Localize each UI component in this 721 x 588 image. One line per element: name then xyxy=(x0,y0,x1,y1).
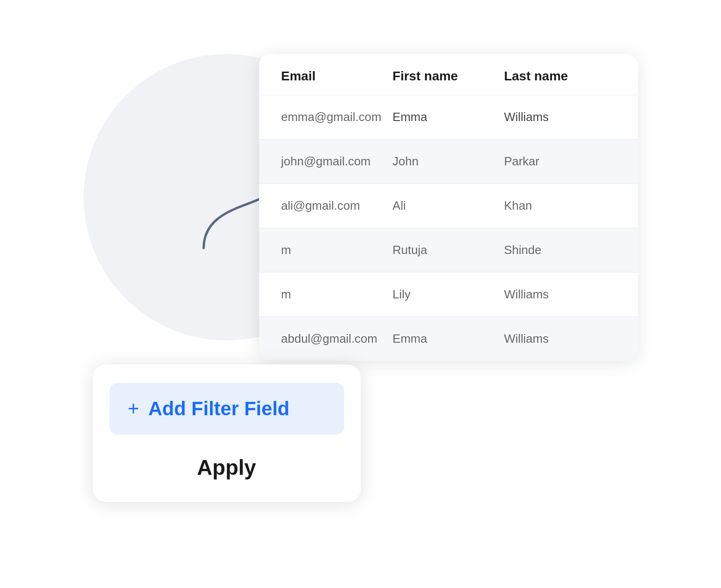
filter-panel-card: + Add Filter Field Apply xyxy=(93,364,361,502)
cell-lastname: Williams xyxy=(504,332,615,346)
table-row: m Lily Williams xyxy=(259,272,638,316)
cell-firstname: Emma xyxy=(393,110,504,124)
apply-button[interactable]: Apply xyxy=(109,451,344,484)
cell-firstname: Emma xyxy=(393,332,504,346)
add-filter-label: Add Filter Field xyxy=(148,398,290,420)
cell-firstname: Lily xyxy=(393,287,504,302)
cell-email: john@gmail.com xyxy=(281,154,393,169)
col-header-lastname: Last name xyxy=(504,69,615,84)
table-row: abdul@gmail.com Emma Williams xyxy=(259,316,638,361)
add-filter-button[interactable]: + Add Filter Field xyxy=(109,383,344,435)
cell-email: ali@gmail.com xyxy=(281,199,393,213)
cell-lastname: Khan xyxy=(504,199,615,213)
col-header-firstname: First name xyxy=(393,69,504,84)
plus-icon: + xyxy=(128,399,139,418)
cell-email: abdul@gmail.com xyxy=(281,332,393,346)
cell-firstname: Rutuja xyxy=(393,243,504,257)
table-row: john@gmail.com John Parkar xyxy=(259,139,638,183)
cell-lastname: Williams xyxy=(504,287,615,302)
cell-lastname: Williams xyxy=(504,110,615,124)
table-row: emma@gmail.com Emma Williams xyxy=(259,95,638,139)
cell-lastname: Shinde xyxy=(504,243,615,257)
cell-email: emma@gmail.com xyxy=(281,110,393,124)
cell-firstname: John xyxy=(393,154,504,169)
table-header: Email First name Last name xyxy=(259,54,638,95)
scene: Email First name Last name emma@gmail.co… xyxy=(84,40,638,548)
table-row: m Rutuja Shinde xyxy=(259,228,638,272)
cell-email: m xyxy=(281,287,393,302)
data-table-card: Email First name Last name emma@gmail.co… xyxy=(259,54,638,361)
cell-firstname: Ali xyxy=(393,199,504,213)
cell-email: m xyxy=(281,243,393,257)
table-row: ali@gmail.com Ali Khan xyxy=(259,183,638,228)
col-header-email: Email xyxy=(281,69,393,84)
cell-lastname: Parkar xyxy=(504,154,615,169)
